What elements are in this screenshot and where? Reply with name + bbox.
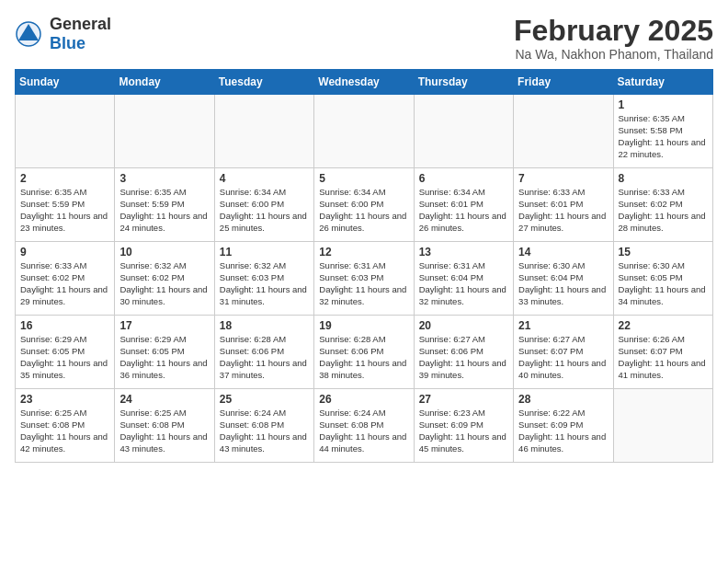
calendar-cell: 9Sunrise: 6:33 AM Sunset: 6:02 PM Daylig… (16, 242, 115, 316)
calendar-cell: 19Sunrise: 6:28 AM Sunset: 6:06 PM Dayli… (314, 316, 414, 389)
day-number: 19 (319, 319, 408, 332)
day-info: Sunrise: 6:29 AM Sunset: 6:05 PM Dayligh… (119, 334, 209, 381)
day-number: 11 (220, 246, 309, 259)
calendar-cell: 14Sunrise: 6:30 AM Sunset: 6:04 PM Dayli… (514, 242, 613, 316)
week-row-2: 2Sunrise: 6:35 AM Sunset: 5:59 PM Daylig… (16, 168, 713, 242)
calendar-cell: 28Sunrise: 6:22 AM Sunset: 6:09 PM Dayli… (514, 389, 613, 463)
day-info: Sunrise: 6:22 AM Sunset: 6:09 PM Dayligh… (518, 408, 608, 454)
calendar-cell (514, 95, 613, 168)
day-info: Sunrise: 6:34 AM Sunset: 6:00 PM Dayligh… (220, 187, 309, 234)
calendar-cell: 1Sunrise: 6:35 AM Sunset: 5:58 PM Daylig… (613, 95, 712, 168)
calendar-cell: 24Sunrise: 6:25 AM Sunset: 6:08 PM Dayli… (115, 389, 214, 463)
day-info: Sunrise: 6:33 AM Sunset: 6:01 PM Dayligh… (518, 187, 608, 234)
day-number: 12 (319, 246, 408, 259)
calendar-cell: 18Sunrise: 6:28 AM Sunset: 6:06 PM Dayli… (214, 316, 313, 389)
page-header: General Blue February 2025 Na Wa, Nakhon… (15, 15, 713, 62)
day-info: Sunrise: 6:34 AM Sunset: 6:00 PM Dayligh… (319, 187, 408, 234)
month-title: February 2025 (514, 15, 713, 47)
logo: General Blue (15, 15, 111, 53)
day-number: 14 (518, 246, 608, 259)
calendar-cell: 10Sunrise: 6:32 AM Sunset: 6:02 PM Dayli… (115, 242, 214, 316)
weekday-sunday: Sunday (16, 70, 115, 95)
day-number: 18 (220, 319, 309, 332)
calendar-cell (414, 95, 513, 168)
calendar-cell: 13Sunrise: 6:31 AM Sunset: 6:04 PM Dayli… (414, 242, 513, 316)
day-number: 16 (20, 319, 109, 332)
weekday-saturday: Saturday (613, 70, 712, 95)
calendar-cell: 3Sunrise: 6:35 AM Sunset: 5:59 PM Daylig… (115, 168, 214, 242)
day-number: 22 (619, 319, 708, 332)
day-info: Sunrise: 6:33 AM Sunset: 6:02 PM Dayligh… (20, 260, 109, 307)
day-info: Sunrise: 6:27 AM Sunset: 6:07 PM Dayligh… (518, 334, 608, 381)
weekday-friday: Friday (514, 70, 613, 95)
title-block: February 2025 Na Wa, Nakhon Phanom, Thai… (514, 15, 713, 62)
day-info: Sunrise: 6:31 AM Sunset: 6:03 PM Dayligh… (319, 260, 408, 307)
logo-icon (15, 20, 42, 48)
calendar-cell: 11Sunrise: 6:32 AM Sunset: 6:03 PM Dayli… (214, 242, 313, 316)
day-number: 5 (319, 172, 408, 185)
day-number: 8 (619, 172, 708, 185)
day-number: 25 (220, 393, 309, 406)
calendar-cell: 7Sunrise: 6:33 AM Sunset: 6:01 PM Daylig… (514, 168, 613, 242)
day-number: 21 (518, 319, 608, 332)
day-info: Sunrise: 6:34 AM Sunset: 6:01 PM Dayligh… (419, 187, 508, 234)
day-number: 17 (119, 319, 209, 332)
calendar-cell (613, 389, 712, 463)
weekday-header-row: SundayMondayTuesdayWednesdayThursdayFrid… (16, 70, 713, 95)
calendar-cell: 26Sunrise: 6:24 AM Sunset: 6:08 PM Dayli… (314, 389, 414, 463)
day-info: Sunrise: 6:26 AM Sunset: 6:07 PM Dayligh… (619, 334, 708, 381)
day-number: 13 (419, 246, 508, 259)
day-info: Sunrise: 6:30 AM Sunset: 6:04 PM Dayligh… (518, 260, 608, 307)
week-row-4: 16Sunrise: 6:29 AM Sunset: 6:05 PM Dayli… (16, 316, 713, 389)
day-number: 4 (220, 172, 309, 185)
calendar-cell: 2Sunrise: 6:35 AM Sunset: 5:59 PM Daylig… (16, 168, 115, 242)
day-number: 24 (119, 393, 209, 406)
calendar-cell: 17Sunrise: 6:29 AM Sunset: 6:05 PM Dayli… (115, 316, 214, 389)
day-info: Sunrise: 6:32 AM Sunset: 6:03 PM Dayligh… (220, 260, 309, 307)
week-row-1: 1Sunrise: 6:35 AM Sunset: 5:58 PM Daylig… (16, 95, 713, 168)
calendar-cell (314, 95, 414, 168)
day-info: Sunrise: 6:24 AM Sunset: 6:08 PM Dayligh… (319, 408, 408, 454)
calendar-cell: 21Sunrise: 6:27 AM Sunset: 6:07 PM Dayli… (514, 316, 613, 389)
calendar-cell: 6Sunrise: 6:34 AM Sunset: 6:01 PM Daylig… (414, 168, 513, 242)
day-info: Sunrise: 6:27 AM Sunset: 6:06 PM Dayligh… (419, 334, 508, 381)
calendar-cell (16, 95, 115, 168)
calendar-cell (214, 95, 313, 168)
day-number: 3 (119, 172, 209, 185)
day-number: 27 (419, 393, 508, 406)
day-info: Sunrise: 6:35 AM Sunset: 5:59 PM Dayligh… (119, 187, 209, 234)
calendar-cell: 5Sunrise: 6:34 AM Sunset: 6:00 PM Daylig… (314, 168, 414, 242)
calendar-cell: 27Sunrise: 6:23 AM Sunset: 6:09 PM Dayli… (414, 389, 513, 463)
weekday-monday: Monday (115, 70, 214, 95)
day-number: 15 (619, 246, 708, 259)
day-info: Sunrise: 6:24 AM Sunset: 6:08 PM Dayligh… (220, 408, 309, 454)
day-number: 2 (20, 172, 109, 185)
day-number: 6 (419, 172, 508, 185)
weekday-wednesday: Wednesday (314, 70, 414, 95)
calendar-cell: 23Sunrise: 6:25 AM Sunset: 6:08 PM Dayli… (16, 389, 115, 463)
day-info: Sunrise: 6:30 AM Sunset: 6:05 PM Dayligh… (619, 260, 708, 307)
day-info: Sunrise: 6:35 AM Sunset: 5:58 PM Dayligh… (619, 113, 708, 160)
logo-blue: Blue (50, 34, 85, 52)
day-number: 10 (119, 246, 209, 259)
calendar-cell: 8Sunrise: 6:33 AM Sunset: 6:02 PM Daylig… (613, 168, 712, 242)
calendar-cell: 12Sunrise: 6:31 AM Sunset: 6:03 PM Dayli… (314, 242, 414, 316)
day-info: Sunrise: 6:28 AM Sunset: 6:06 PM Dayligh… (319, 334, 408, 381)
calendar-cell: 4Sunrise: 6:34 AM Sunset: 6:00 PM Daylig… (214, 168, 313, 242)
day-info: Sunrise: 6:33 AM Sunset: 6:02 PM Dayligh… (619, 187, 708, 234)
calendar-cell: 15Sunrise: 6:30 AM Sunset: 6:05 PM Dayli… (613, 242, 712, 316)
day-info: Sunrise: 6:28 AM Sunset: 6:06 PM Dayligh… (220, 334, 309, 381)
calendar-cell: 25Sunrise: 6:24 AM Sunset: 6:08 PM Dayli… (214, 389, 313, 463)
day-number: 23 (20, 393, 109, 406)
day-info: Sunrise: 6:23 AM Sunset: 6:09 PM Dayligh… (419, 408, 508, 454)
weekday-tuesday: Tuesday (214, 70, 313, 95)
weekday-thursday: Thursday (414, 70, 513, 95)
day-number: 7 (518, 172, 608, 185)
week-row-3: 9Sunrise: 6:33 AM Sunset: 6:02 PM Daylig… (16, 242, 713, 316)
day-number: 9 (20, 246, 109, 259)
calendar-cell: 16Sunrise: 6:29 AM Sunset: 6:05 PM Dayli… (16, 316, 115, 389)
day-number: 20 (419, 319, 508, 332)
location: Na Wa, Nakhon Phanom, Thailand (514, 47, 713, 62)
day-info: Sunrise: 6:25 AM Sunset: 6:08 PM Dayligh… (20, 408, 109, 454)
day-info: Sunrise: 6:25 AM Sunset: 6:08 PM Dayligh… (119, 408, 209, 454)
